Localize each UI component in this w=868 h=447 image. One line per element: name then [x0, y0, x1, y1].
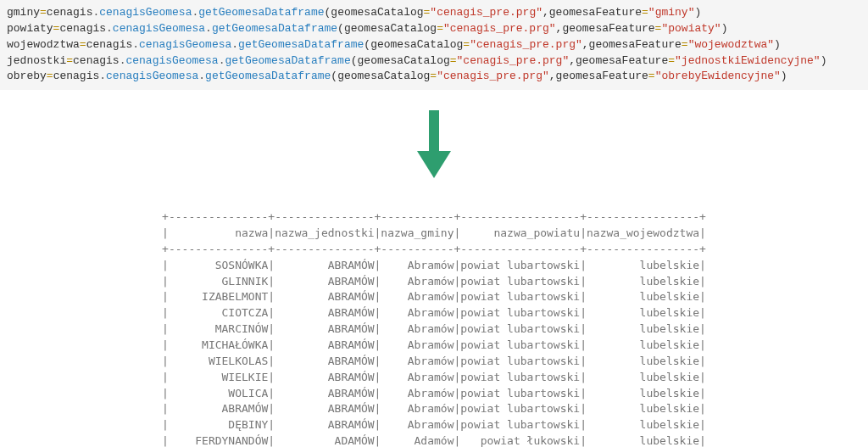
down-arrow-icon	[417, 110, 451, 178]
code-line: jednostki=cenagis.cenagisGeomesa.getGeom…	[7, 53, 861, 70]
ascii-table: +---------------+---------------+-------…	[0, 198, 868, 447]
svg-marker-1	[417, 151, 451, 178]
code-line: gminy=cenagis.cenagisGeomesa.getGeomesaD…	[7, 5, 861, 21]
arrow-wrap	[0, 90, 868, 198]
svg-rect-0	[429, 110, 439, 153]
code-line: powiaty=cenagis.cenagisGeomesa.getGeomes…	[7, 21, 861, 37]
code-line: obreby=cenagis.cenagisGeomesa.getGeomesa…	[7, 69, 861, 85]
code-line: wojewodztwa=cenagis.cenagisGeomesa.getGe…	[7, 37, 861, 53]
code-block: gminy=cenagis.cenagisGeomesa.getGeomesaD…	[0, 0, 868, 90]
ascii-table-pre: +---------------+---------------+-------…	[162, 210, 706, 447]
